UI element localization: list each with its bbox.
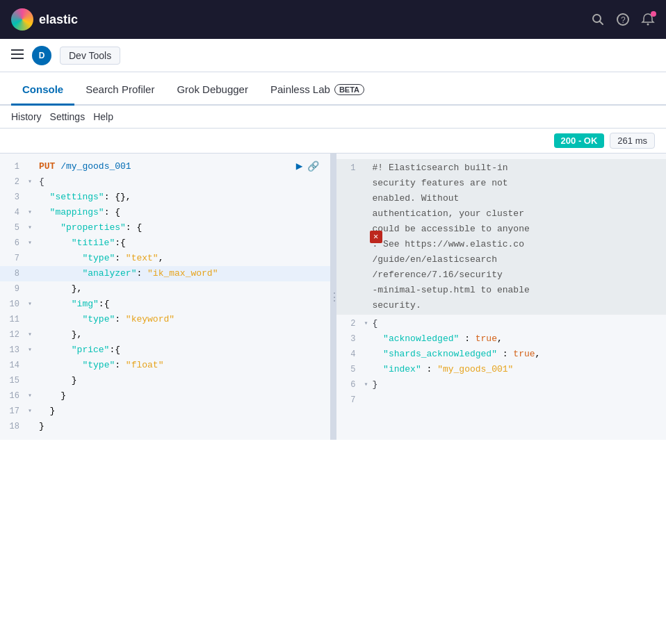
top-navigation: elastic ? bbox=[0, 0, 666, 39]
notification-icon[interactable] bbox=[641, 13, 655, 26]
elastic-logo-icon bbox=[11, 8, 33, 31]
svg-rect-7 bbox=[11, 58, 24, 59]
svg-text:?: ? bbox=[621, 15, 626, 25]
help-button[interactable]: Help bbox=[93, 111, 113, 122]
editor-line-8: 8 "analyzer": "ik_max_word" bbox=[0, 266, 330, 281]
editor-line-11: 11 "type": "keyword" bbox=[0, 312, 330, 327]
editor-line-13: 13 ▾ "price":{ bbox=[0, 342, 330, 358]
output-line-comment: 1 #! Elasticsearch built-in bbox=[336, 160, 667, 176]
copy-icon[interactable]: 🔗 bbox=[307, 159, 319, 174]
run-icon[interactable]: ▶ bbox=[296, 159, 303, 174]
notification-dot bbox=[651, 11, 656, 17]
output-line-3: 3 "acknowledged" : true, bbox=[336, 331, 667, 347]
output-comment-2: security features are not bbox=[336, 176, 667, 191]
tab-painless-lab[interactable]: Painless Lab BETA bbox=[259, 75, 375, 106]
editor-line-14: 14 "type": "float" bbox=[0, 358, 330, 373]
editor-line-6: 6 ▾ "titile":{ bbox=[0, 236, 330, 251]
fold-2[interactable]: ▾ bbox=[364, 316, 373, 331]
code-editor[interactable]: ▶ 🔗 1 PUT /my_goods_001 2 ▾ { 3 "setting… bbox=[0, 154, 330, 440]
status-time: 261 ms bbox=[610, 133, 655, 149]
output-line-5: 5 "index" : "my_goods_001" bbox=[336, 362, 667, 377]
breadcrumb-bar: D Dev Tools bbox=[0, 39, 666, 72]
elastic-logo[interactable]: elastic bbox=[11, 8, 78, 31]
help-icon[interactable]: ? bbox=[616, 13, 630, 26]
editor-line-12: 12 ▾ }, bbox=[0, 327, 330, 342]
panel-divider[interactable]: ⋮ bbox=[331, 154, 336, 440]
editor-actions: ▶ 🔗 bbox=[296, 159, 319, 174]
svg-point-4 bbox=[647, 24, 649, 26]
tab-bar: Console Search Profiler Grok Debugger Pa… bbox=[0, 72, 666, 106]
editor-line-9: 9 }, bbox=[0, 281, 330, 297]
hamburger-menu[interactable] bbox=[11, 48, 24, 63]
editor-line-10: 10 ▾ "img":{ bbox=[0, 297, 330, 312]
output-line-2: 2 ▾ { bbox=[336, 316, 667, 331]
output-comment-10: security. bbox=[336, 298, 667, 313]
dev-tools-breadcrumb[interactable]: Dev Tools bbox=[60, 47, 120, 65]
editor-line-17: 17 ▾ } bbox=[0, 404, 330, 419]
svg-rect-6 bbox=[11, 53, 24, 55]
output-line-6: 6 ▾ } bbox=[336, 377, 667, 393]
settings-button[interactable]: Settings bbox=[50, 111, 86, 122]
tab-search-profiler[interactable]: Search Profiler bbox=[74, 75, 165, 106]
editor-line-18: 18 } bbox=[0, 419, 330, 434]
tab-console[interactable]: Console bbox=[11, 75, 74, 106]
warning-icon: ✕ bbox=[370, 231, 382, 243]
output-comment-6: . See https://www.elastic.co bbox=[336, 237, 667, 252]
output-comment-3: enabled. Without bbox=[336, 191, 667, 206]
output-line-4: 4 "shards_acknowledged" : true, bbox=[336, 347, 667, 362]
history-button[interactable]: History bbox=[11, 111, 42, 122]
output-comment-9: -minimal-setup.html to enable bbox=[336, 283, 667, 298]
svg-rect-5 bbox=[11, 49, 24, 51]
beta-badge: BETA bbox=[334, 84, 364, 95]
tab-grok-debugger[interactable]: Grok Debugger bbox=[165, 75, 259, 106]
search-icon[interactable] bbox=[591, 13, 605, 26]
svg-line-1 bbox=[600, 22, 603, 25]
editor-line-1: 1 PUT /my_goods_001 bbox=[0, 159, 330, 174]
elastic-logo-text: elastic bbox=[39, 13, 78, 27]
output-line-7: 7 bbox=[336, 393, 667, 408]
toolbar: History Settings Help bbox=[0, 106, 666, 129]
output-comment-5: could be accessible to anyone bbox=[336, 222, 667, 237]
editor-line-15: 15 } bbox=[0, 373, 330, 388]
editor-line-2: 2 ▾ { bbox=[0, 174, 330, 190]
editor-line-3: 3 "settings": {}, bbox=[0, 190, 330, 205]
status-code: 200 - OK bbox=[554, 133, 605, 148]
output-comment-4: authentication, your cluster bbox=[336, 206, 667, 222]
editor-line-4: 4 ▾ "mappings": { bbox=[0, 205, 330, 220]
output-panel: 1 #! Elasticsearch built-in security fea… bbox=[336, 154, 667, 440]
editor-line-16: 16 ▾ } bbox=[0, 388, 330, 404]
output-comment-8: /reference/7.16/security bbox=[336, 267, 667, 283]
fold-6[interactable]: ▾ bbox=[364, 377, 373, 393]
output-comment-7: /guide/en/elasticsearch bbox=[336, 252, 667, 267]
editor-line-7: 7 "type": "text", bbox=[0, 251, 330, 266]
editor-line-5: 5 ▾ "properties": { bbox=[0, 220, 330, 236]
nav-right: ? bbox=[591, 13, 655, 26]
editor-panel[interactable]: ▶ 🔗 1 PUT /my_goods_001 2 ▾ { 3 "setting… bbox=[0, 154, 331, 440]
panels-container: ▶ 🔗 1 PUT /my_goods_001 2 ▾ { 3 "setting… bbox=[0, 154, 666, 440]
user-avatar[interactable]: D bbox=[32, 46, 51, 65]
nav-left: elastic bbox=[11, 8, 78, 31]
output-code: 1 #! Elasticsearch built-in security fea… bbox=[336, 154, 667, 413]
status-bar: 200 - OK 261 ms bbox=[0, 129, 666, 154]
output-comment-block: 1 #! Elasticsearch built-in security fea… bbox=[336, 159, 667, 315]
